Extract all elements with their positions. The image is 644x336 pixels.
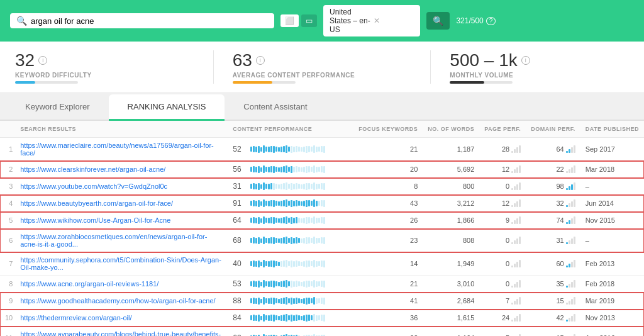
row-num: 10 [0, 310, 15, 327]
col-page-perf: PAGE PERF. [479, 121, 526, 138]
row-content-performance: 31 [228, 178, 353, 195]
row-page-perf: 12 [479, 161, 526, 178]
row-focus-keywords: 41 [353, 293, 423, 310]
row-content-performance: 84 [228, 310, 353, 327]
row-num: 6 [0, 229, 15, 252]
acp-info-icon[interactable]: i [256, 56, 265, 65]
table-row: 8 https://www.acne.org/argan-oil-reviews… [0, 276, 644, 293]
row-page-perf: 7 [479, 293, 526, 310]
monthly-volume-value: 500 – 1k [450, 50, 517, 70]
row-page-perf: 0 [479, 178, 526, 195]
row-words: 1,949 [423, 252, 479, 276]
col-focus-keywords: FOCUS KEYWORDS [353, 121, 423, 138]
row-date-published: Mar 2019 [580, 293, 644, 310]
bar-chart-icon [566, 182, 575, 190]
table-row: 1 https://www.marieclaire.com/beauty/new… [0, 138, 644, 161]
table-row: 6 https://www.zorahbiocosmetiques.com/en… [0, 229, 644, 252]
row-words: 1,187 [423, 138, 479, 161]
search-button[interactable]: 🔍 [426, 12, 450, 30]
row-num: 7 [0, 252, 15, 276]
row-words: 800 [423, 178, 479, 195]
row-date-published: Jun 2014 [580, 195, 644, 212]
row-focus-keywords: 36 [353, 310, 423, 327]
bar-chart-icon [566, 314, 575, 322]
tab-keyword-explorer[interactable]: Keyword Explorer [6, 93, 109, 120]
row-page-perf: 24 [479, 310, 526, 327]
row-domain-perf: 64 [526, 138, 580, 161]
bar-chart-icon [511, 165, 521, 173]
bar-chart-icon [566, 260, 575, 267]
row-date-published: Mar 2018 [580, 161, 644, 178]
row-content-performance: 53 [228, 276, 353, 293]
row-url: https://www.wikihow.com/Use-Argan-Oil-fo… [15, 212, 228, 229]
row-date-published: Sep 2017 [580, 138, 644, 161]
keyword-difficulty-value: 32 [15, 50, 35, 70]
row-content-performance: 62 [228, 327, 353, 337]
locale-clear-icon[interactable]: ✕ [374, 16, 414, 25]
row-date-published: Aug 2016 [580, 327, 644, 337]
row-url: https://www.goodhealthacademy.com/how-to… [15, 293, 228, 310]
row-focus-keywords: 21 [353, 138, 423, 161]
table-row: 7 https://community.sephora.com/t5/Combi… [0, 252, 644, 276]
row-content-performance: 68 [228, 229, 353, 252]
table-row: 4 https://www.beautybyearth.com/argan-oi… [0, 195, 644, 212]
row-domain-perf: 35 [526, 276, 580, 293]
topbar: 🔍 ⬜ ▭ United States – en-US ✕ 🔍 321/500 … [0, 0, 644, 42]
quota-display: 321/500 ? [456, 16, 496, 25]
tabs: Keyword Explorer RANKING ANALYSIS Conten… [0, 93, 644, 121]
row-num: 9 [0, 293, 15, 310]
kd-info-icon[interactable]: i [38, 56, 47, 65]
row-url: https://community.sephora.com/t5/Combina… [15, 252, 228, 276]
row-num: 2 [0, 161, 15, 178]
table-row: 10 https://thedermreview.com/argan-oil/ … [0, 310, 644, 327]
row-focus-keywords: 43 [353, 195, 423, 212]
row-num: 5 [0, 212, 15, 229]
row-content-performance: 56 [228, 161, 353, 178]
row-page-perf: 0 [479, 229, 526, 252]
quota-info-icon[interactable]: ? [486, 17, 496, 25]
locale-selector[interactable]: United States – en-US ✕ [323, 5, 420, 36]
row-url: https://www.beautybyearth.com/argan-oil-… [15, 195, 228, 212]
row-page-perf: 0 [479, 252, 526, 276]
row-focus-keywords: 20 [353, 161, 423, 178]
tab-ranking-analysis[interactable]: RANKING ANALYSIS [109, 94, 225, 121]
row-content-performance: 64 [228, 212, 353, 229]
bar-chart-icon [566, 216, 575, 224]
row-focus-keywords: 14 [353, 252, 423, 276]
row-page-perf: 5 [479, 327, 526, 337]
search-input[interactable] [31, 16, 268, 26]
col-domain-perf: DOMAIN PERF. [526, 121, 580, 138]
bar-chart-icon [566, 199, 575, 207]
row-url: https://www.clearskinforever.net/argan-o… [15, 161, 228, 178]
row-domain-perf: 42 [526, 310, 580, 327]
row-date-published: – [580, 178, 644, 195]
col-no-of-words: NO. OF WORDS [423, 121, 479, 138]
row-content-performance: 88 [228, 293, 353, 310]
row-words: 1,866 [423, 212, 479, 229]
row-domain-perf: 60 [526, 252, 580, 276]
row-page-perf: 28 [479, 138, 526, 161]
row-focus-keywords: 21 [353, 276, 423, 293]
col-num [0, 121, 15, 138]
monthly-volume-label: MONTHLY VOLUME [450, 72, 629, 79]
metric-keyword-difficulty: 32 i KEYWORD DIFFICULTY [15, 50, 194, 84]
mv-bar [450, 81, 513, 84]
row-domain-perf: 15 [526, 293, 580, 310]
row-focus-keywords: 8 [353, 178, 423, 195]
row-url: https://www.marieclaire.com/beauty/news/… [15, 138, 228, 161]
bar-chart-icon [511, 145, 521, 153]
row-page-perf: 9 [479, 212, 526, 229]
table-row: 5 https://www.wikihow.com/Use-Argan-Oil-… [0, 212, 644, 229]
table-row: 11 https://www.aynarabeauty.com/blogs/be… [0, 327, 644, 337]
row-url: https://thedermreview.com/argan-oil/ [15, 310, 228, 327]
monitor-icon[interactable]: ⬜ [280, 14, 299, 27]
row-focus-keywords: 22 [353, 327, 423, 337]
mv-info-icon[interactable]: i [521, 56, 530, 65]
row-words: 3,212 [423, 195, 479, 212]
row-num: 4 [0, 195, 15, 212]
tab-content-assistant[interactable]: Content Assistant [225, 93, 326, 120]
bar-chart-icon [511, 216, 521, 224]
tablet-icon[interactable]: ▭ [301, 14, 317, 27]
results-table-container: SEARCH RESULTS CONTENT PERFORMANCE FOCUS… [0, 121, 644, 336]
row-domain-perf: 31 [526, 229, 580, 252]
